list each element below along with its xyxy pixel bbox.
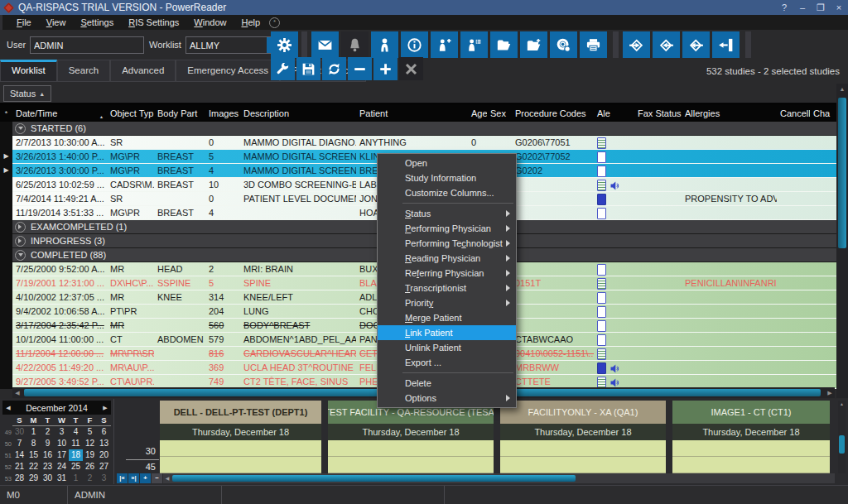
calendar-day[interactable]: 16 — [41, 449, 55, 461]
go-last-button[interactable]: »| — [128, 473, 139, 483]
calendar-day[interactable]: 15 — [26, 449, 41, 461]
clear-filter-button[interactable] — [399, 57, 423, 80]
close-button[interactable]: × — [830, 0, 848, 15]
calendar-day[interactable]: 4 — [69, 426, 83, 438]
help-button[interactable]: ? — [775, 0, 793, 15]
column-header-cancellat[interactable]: Cancellat — [777, 108, 810, 118]
calendar-day[interactable]: 24 — [55, 461, 69, 473]
burn-cd-button[interactable] — [550, 31, 577, 58]
context-menu-item-transcriptionist[interactable]: Transcriptionist — [378, 281, 516, 295]
collapse-group-icon[interactable] — [15, 123, 26, 134]
calendar-day[interactable]: 2 — [83, 473, 97, 483]
tab-search[interactable]: Search — [57, 60, 110, 82]
tab-emergency-access[interactable]: Emergency Access — [176, 60, 280, 82]
restore-button[interactable]: ❐ — [812, 0, 830, 15]
column-header-fax-status[interactable]: Fax Status — [634, 108, 682, 118]
context-menu-item-unlink-patient[interactable]: Unlink Patient — [378, 340, 516, 355]
context-menu-item-customize-columns[interactable]: Customize Columns... — [378, 185, 516, 200]
zoom-in-button[interactable]: + — [140, 473, 151, 483]
calendar-day[interactable]: 1 — [26, 426, 41, 438]
time-slot[interactable] — [160, 457, 321, 473]
context-menu-item-link-patient[interactable]: Link Patient — [378, 325, 516, 340]
table-row[interactable]: 2/7/2013 10:30:00 A...SR0MAMMO DIGITAL D… — [0, 136, 836, 150]
calendar-day[interactable]: 5 — [83, 426, 97, 438]
audio-icon[interactable] — [610, 378, 621, 387]
time-slot[interactable] — [500, 440, 666, 457]
calendar-day[interactable]: 25 — [69, 461, 83, 473]
calendar-day[interactable]: 30 — [41, 473, 55, 483]
menu-view[interactable]: View — [39, 15, 74, 30]
document-icon[interactable] — [597, 151, 606, 163]
exit-worklist-button[interactable] — [712, 31, 740, 58]
column-header-procedure-codes[interactable]: Procedure Codes — [512, 108, 594, 118]
vertical-scrollbar[interactable]: ▲ ▼ — [836, 84, 848, 398]
calendar-day[interactable]: 21 — [12, 461, 26, 473]
scroll-left-icon[interactable]: ◀ — [12, 387, 22, 398]
context-menu-item-referring-physician[interactable]: Referring Physician — [378, 266, 516, 281]
calendar-day[interactable]: 22 — [26, 461, 41, 473]
calendar-day[interactable]: 13 — [97, 438, 111, 449]
scheduler-vscroll-thumb[interactable] — [839, 435, 845, 454]
calendar-day[interactable]: 28 — [12, 473, 26, 483]
scroll-up-icon[interactable]: ▲ — [838, 401, 846, 408]
document-icon[interactable] — [597, 362, 606, 374]
calendar-day[interactable]: 29 — [26, 473, 41, 483]
document-icon[interactable] — [597, 348, 606, 360]
calendar-next-icon[interactable]: ▶ — [99, 405, 111, 411]
column-header-allergies[interactable]: Allergies — [682, 108, 777, 118]
calendar-prev-icon[interactable]: ◀ — [2, 405, 14, 411]
context-menu-item-open[interactable]: Open — [378, 156, 516, 170]
scroll-right-icon[interactable]: ▶ — [825, 387, 835, 398]
nav-diamond-forward-button[interactable] — [623, 31, 650, 58]
column-header-age[interactable]: Age — [468, 108, 487, 118]
tab-worklist[interactable]: Worklist — [0, 60, 57, 82]
context-menu-item-options[interactable]: Options — [378, 391, 516, 406]
group-header-row[interactable]: STARTED (6) — [0, 122, 836, 136]
user-input[interactable] — [30, 36, 144, 54]
time-slot[interactable] — [328, 440, 494, 457]
document-icon[interactable] — [597, 208, 606, 219]
time-slot[interactable] — [672, 440, 830, 457]
context-menu-item-priority[interactable]: Priority — [378, 295, 516, 310]
tab-advanced[interactable]: Advanced — [110, 60, 176, 82]
nav-diamond-back-button[interactable] — [653, 31, 680, 58]
calendar-day[interactable]: 27 — [97, 461, 111, 473]
print-button[interactable] — [580, 31, 607, 58]
settings-button[interactable] — [271, 31, 298, 58]
time-slot[interactable] — [160, 440, 321, 457]
calendar-day[interactable]: 2 — [41, 426, 55, 438]
calendar-day[interactable]: 14 — [12, 449, 26, 461]
calendar-day[interactable]: 31 — [55, 473, 69, 483]
calendar-day[interactable]: 7 — [12, 438, 26, 449]
document-icon[interactable] — [597, 194, 606, 205]
expand-group-icon[interactable] — [15, 222, 26, 233]
document-icon[interactable] — [597, 264, 606, 276]
calendar-day[interactable]: 3 — [97, 473, 111, 483]
time-slot[interactable] — [500, 457, 666, 473]
context-menu-item-delete[interactable]: Delete — [378, 376, 516, 391]
time-slot[interactable] — [672, 457, 830, 473]
document-icon[interactable] — [597, 377, 606, 388]
column-header-body-part[interactable]: Body Part — [154, 108, 205, 118]
scroll-left-icon[interactable]: ◀ — [163, 473, 171, 483]
calendar-day[interactable]: 6 — [97, 426, 111, 438]
column-header-description[interactable]: Description — [240, 108, 356, 118]
column-header-ale[interactable]: Ale — [594, 108, 634, 118]
document-icon[interactable] — [597, 320, 606, 332]
save-worklist-button[interactable] — [296, 57, 320, 80]
calendar-day[interactable]: 23 — [41, 461, 55, 473]
audio-icon[interactable] — [610, 364, 621, 373]
calendar-day[interactable]: 10 — [55, 438, 69, 449]
menu-settings[interactable]: Settings — [73, 15, 121, 30]
context-menu-item-status[interactable]: Status — [378, 206, 516, 221]
document-icon[interactable] — [597, 306, 606, 318]
document-icon[interactable] — [597, 278, 606, 290]
document-icon[interactable] — [597, 180, 606, 191]
refresh-button[interactable] — [322, 57, 346, 80]
new-study-button[interactable] — [520, 31, 547, 58]
open-study-button[interactable] — [490, 31, 518, 58]
zoom-out-button[interactable]: − — [152, 473, 162, 483]
notifications-button[interactable] — [341, 31, 369, 58]
context-menu-item-merge-patient[interactable]: Merge Patient — [378, 310, 516, 325]
minimize-button[interactable]: – — [793, 0, 812, 15]
